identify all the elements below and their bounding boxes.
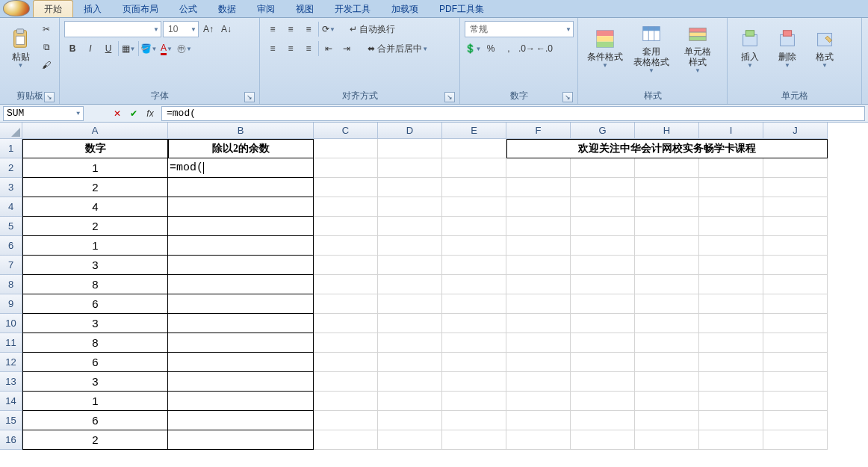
cell[interactable]: [442, 197, 506, 217]
currency-button[interactable]: 💲▼: [465, 40, 481, 57]
cell[interactable]: 4: [22, 197, 168, 217]
halign-center[interactable]: ≡: [282, 40, 299, 57]
cell[interactable]: [168, 333, 314, 353]
cell[interactable]: [763, 353, 828, 372]
cell[interactable]: [763, 333, 828, 353]
cell[interactable]: [699, 411, 763, 430]
cell[interactable]: [699, 294, 763, 314]
cell[interactable]: [763, 392, 828, 411]
cell[interactable]: [442, 139, 506, 158]
valign-top[interactable]: ≡: [264, 21, 281, 37]
col-header[interactable]: H: [635, 123, 699, 139]
cell[interactable]: [442, 333, 506, 353]
cell-A1[interactable]: 数字: [22, 139, 168, 158]
cell[interactable]: [506, 372, 571, 392]
conditional-formatting[interactable]: 条件格式▼: [583, 21, 627, 75]
cell[interactable]: [314, 256, 378, 275]
font-color-button[interactable]: A▼: [158, 40, 175, 57]
cell[interactable]: [378, 392, 442, 411]
cell[interactable]: 3: [22, 314, 168, 333]
cell[interactable]: [763, 236, 828, 256]
indent-decrease[interactable]: ⇤: [320, 40, 337, 57]
row-header[interactable]: 13: [0, 372, 22, 392]
row-header[interactable]: 4: [0, 197, 22, 217]
cell[interactable]: [506, 217, 571, 236]
cell[interactable]: [571, 217, 635, 236]
cell[interactable]: [168, 178, 314, 197]
cell[interactable]: [442, 430, 506, 450]
cell[interactable]: 6: [22, 294, 168, 314]
cell[interactable]: [442, 294, 506, 314]
cell[interactable]: [635, 197, 699, 217]
cell[interactable]: [314, 275, 378, 294]
valign-mid[interactable]: ≡: [282, 21, 299, 37]
cell[interactable]: [506, 236, 571, 256]
cell[interactable]: [635, 256, 699, 275]
cell[interactable]: [763, 372, 828, 392]
cell[interactable]: [763, 430, 828, 450]
tab-dev[interactable]: 开发工具: [324, 1, 381, 17]
cell[interactable]: [442, 158, 506, 178]
italic-button[interactable]: I: [82, 40, 99, 57]
cell[interactable]: [314, 217, 378, 236]
cell[interactable]: [763, 256, 828, 275]
cell[interactable]: [763, 275, 828, 294]
cell[interactable]: [314, 236, 378, 256]
cell[interactable]: [571, 158, 635, 178]
dialog-launcher[interactable]: ↘: [562, 92, 573, 102]
cell[interactable]: [763, 411, 828, 430]
cell[interactable]: [378, 430, 442, 450]
cell[interactable]: [699, 236, 763, 256]
cell[interactable]: 1: [22, 236, 168, 256]
cell[interactable]: [506, 353, 571, 372]
font-family-combo[interactable]: ▼: [64, 21, 161, 37]
dialog-launcher[interactable]: ↘: [244, 92, 255, 102]
cell[interactable]: [378, 217, 442, 236]
cell[interactable]: [699, 217, 763, 236]
cell[interactable]: [378, 353, 442, 372]
cut-button[interactable]: ✂: [38, 21, 55, 37]
cell[interactable]: [506, 294, 571, 314]
indent-increase[interactable]: ⇥: [338, 40, 355, 57]
cell[interactable]: [635, 411, 699, 430]
cell[interactable]: [571, 236, 635, 256]
format-cells[interactable]: 格式▼: [807, 21, 843, 75]
row-header[interactable]: 6: [0, 236, 22, 256]
col-header[interactable]: E: [442, 123, 506, 139]
cell[interactable]: [635, 392, 699, 411]
cell[interactable]: [442, 372, 506, 392]
row-header[interactable]: 7: [0, 256, 22, 275]
office-button[interactable]: [3, 0, 30, 16]
cell[interactable]: [378, 275, 442, 294]
format-as-table[interactable]: 套用 表格格式▼: [629, 21, 674, 75]
cell[interactable]: [699, 430, 763, 450]
number-format-combo[interactable]: 常规▼: [465, 21, 574, 37]
tab-addins[interactable]: 加载项: [381, 1, 429, 17]
row-header[interactable]: 9: [0, 294, 22, 314]
select-all-corner[interactable]: [0, 123, 22, 139]
cell[interactable]: 8: [22, 275, 168, 294]
cell[interactable]: [635, 275, 699, 294]
cell[interactable]: [442, 178, 506, 197]
row-header[interactable]: 10: [0, 314, 22, 333]
cell[interactable]: [506, 158, 571, 178]
tab-data[interactable]: 数据: [208, 1, 247, 17]
row-header[interactable]: 12: [0, 353, 22, 372]
decrease-font-button[interactable]: A↓: [218, 21, 235, 37]
cancel-formula[interactable]: ✕: [109, 106, 125, 121]
row-header[interactable]: 5: [0, 217, 22, 236]
cell[interactable]: 3: [22, 256, 168, 275]
cell[interactable]: [314, 178, 378, 197]
row-header[interactable]: 11: [0, 333, 22, 353]
cell[interactable]: [635, 294, 699, 314]
tab-pdf[interactable]: PDF工具集: [429, 1, 495, 17]
cell[interactable]: [699, 197, 763, 217]
cell[interactable]: [571, 392, 635, 411]
cell[interactable]: [635, 333, 699, 353]
cell[interactable]: [442, 275, 506, 294]
bold-button[interactable]: B: [64, 40, 81, 57]
cell[interactable]: [168, 197, 314, 217]
cell[interactable]: [378, 236, 442, 256]
cell[interactable]: [699, 353, 763, 372]
cell[interactable]: 3: [22, 372, 168, 392]
